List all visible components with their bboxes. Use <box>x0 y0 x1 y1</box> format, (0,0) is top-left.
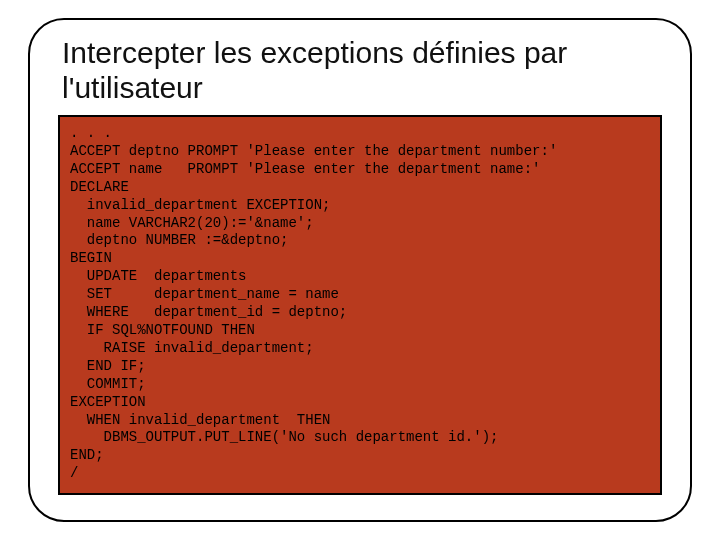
slide-title: Intercepter les exceptions définies par … <box>62 36 662 105</box>
code-panel: . . . ACCEPT deptno PROMPT 'Please enter… <box>58 115 662 495</box>
code-block: . . . ACCEPT deptno PROMPT 'Please enter… <box>70 125 650 483</box>
slide: Intercepter les exceptions définies par … <box>0 0 720 540</box>
slide-frame: Intercepter les exceptions définies par … <box>28 18 692 522</box>
